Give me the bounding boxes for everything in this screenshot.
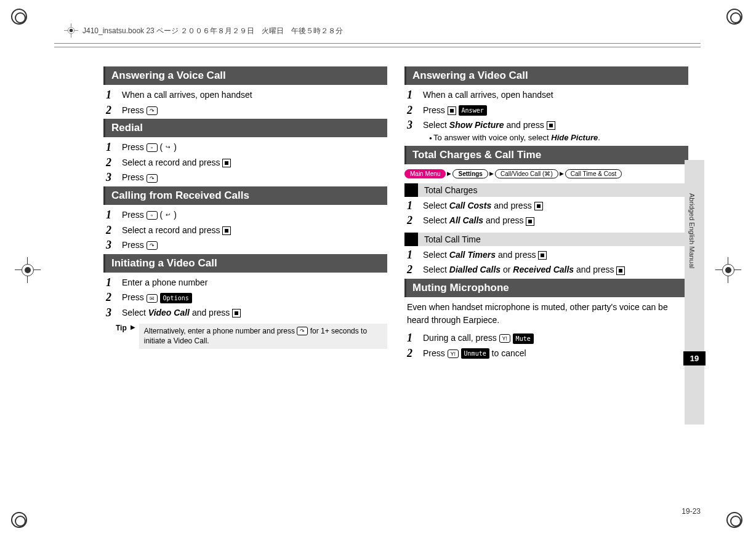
section-answer-video: Answering a Video Call (404, 66, 688, 85)
step-number: 2 (407, 263, 419, 277)
tip-box: Alternatively, enter a phone number and … (139, 324, 387, 349)
call-key-icon: ↷ (147, 174, 158, 183)
step-text: During a call, press Y! Mute (423, 332, 688, 345)
call-key-icon: ↷ (297, 327, 308, 335)
side-tab: Abridged English Manual 19 (685, 160, 704, 425)
breadcrumb: Main Menu▶ Settings▶ Call/Video Call (⌘)… (404, 169, 688, 178)
section-video-call: Initiating a Video Call (103, 254, 387, 273)
center-key-icon (538, 251, 547, 260)
subheader-total-charges: Total Charges (404, 183, 688, 197)
tip-label: Tip (116, 324, 127, 332)
received-icon: ↩ (163, 211, 174, 220)
step-number: 1 (106, 89, 118, 102)
mute-softkey: Mute (513, 333, 534, 344)
step-number: 2 (106, 104, 118, 118)
center-key-icon (222, 159, 231, 167)
step-text: Press ▫ (↪) (122, 141, 387, 154)
page-number: 19-23 (682, 507, 701, 516)
page-container: J410_insatsu.book 23 ページ ２００６年８月２９日 火曜日 … (54, 12, 701, 527)
subheader-total-call-time: Total Call Time (404, 233, 688, 246)
step-text: Select a record and press (122, 224, 387, 237)
center-key-icon (448, 106, 456, 115)
step-number: 1 (106, 141, 118, 154)
y-key-icon: Y! (499, 334, 510, 343)
center-key-icon (526, 217, 534, 226)
section-received-calls: Calling from Received Calls (103, 186, 387, 205)
step-text: When a call arrives, open handset (423, 89, 688, 102)
step-number: 3 (407, 119, 419, 132)
call-key-icon: ↷ (147, 241, 158, 250)
options-softkey: Options (160, 293, 192, 303)
step-text: Enter a phone number (122, 276, 387, 289)
step-text: Press ▫ (↩) (122, 209, 387, 222)
answer-softkey: Answer (459, 105, 487, 116)
step-text: Press ✉ Options (122, 291, 387, 304)
step-text: Select Dialled Calls or Received Calls a… (423, 263, 688, 276)
step-number: 3 (106, 239, 118, 252)
step-text: Press Answer (423, 104, 688, 117)
step-text: Press ↷ (122, 104, 387, 117)
step-number: 1 (407, 89, 419, 102)
right-key-icon: ▫ (147, 143, 158, 152)
chapter-number: 19 (683, 351, 706, 365)
nav-main-menu: Main Menu (404, 169, 446, 178)
y-key-icon: Y! (448, 349, 459, 358)
step-text: Select All Calls and press (423, 214, 688, 227)
step-number: 1 (106, 276, 118, 290)
unmute-softkey: Unmute (461, 348, 489, 359)
right-column: Answering a Video Call 1When a call arri… (404, 66, 688, 362)
step-number: 1 (106, 209, 118, 222)
step-number: 2 (407, 347, 419, 361)
step-text: Select Video Call and press (122, 306, 387, 319)
step-text: Press Y! Unmute to cancel (423, 347, 688, 360)
nav-call-video: Call/Video Call (⌘) (495, 169, 558, 178)
step-number: 2 (407, 104, 419, 118)
step-number: 2 (106, 291, 118, 305)
section-redial: Redial (103, 119, 387, 137)
nav-call-time-cost: Call Time & Cost (565, 169, 622, 178)
document-header: J410_insatsu.book 23 ページ ２００６年８月２９日 火曜日 … (82, 26, 343, 36)
header-rule-bottom (54, 47, 701, 47)
section-answering-voice: Answering a Voice Call (103, 66, 387, 85)
step-number: 3 (106, 171, 118, 185)
step-number: 2 (106, 224, 118, 238)
step-number: 1 (407, 199, 419, 213)
step-text: Press ↷ (122, 171, 387, 184)
call-key-icon: ↷ (147, 106, 158, 115)
step-text: Select a record and press (122, 156, 387, 169)
left-column: Answering a Voice Call 1When a call arri… (103, 66, 387, 362)
side-tab-text: Abridged English Manual (685, 160, 699, 301)
step-text: Press ↷ (122, 239, 387, 252)
header-rule-top (54, 43, 701, 44)
step-number: 1 (407, 332, 419, 345)
intro-text: Even when handset microphone is muted, o… (407, 301, 688, 327)
center-key-icon (534, 202, 543, 210)
step-number: 2 (407, 214, 419, 228)
step-text: Select Call Costs and press (423, 199, 688, 212)
section-muting-mic: Muting Microphone (404, 279, 688, 297)
step-number: 3 (106, 306, 118, 320)
tip-arrow-icon: ▶ (131, 324, 135, 330)
step-text: Select Call Timers and press (423, 249, 688, 262)
redial-icon: ↪ (163, 143, 174, 152)
center-key-icon (616, 266, 625, 275)
step-number: 1 (407, 249, 419, 262)
step-text: Select Show Picture and press To answer … (423, 119, 688, 144)
center-key-icon (547, 121, 555, 130)
step-number: 2 (106, 156, 118, 170)
sub-bullet: To answer with voice only, select Hide P… (429, 132, 688, 144)
center-key-icon (222, 226, 231, 235)
center-key-icon (232, 309, 241, 317)
nav-settings: Settings (452, 169, 488, 178)
step-text: When a call arrives, open handset (122, 89, 387, 102)
section-charges-time: Total Charges & Call Time (404, 146, 688, 164)
mail-key-icon: ✉ (147, 294, 158, 303)
left-key-icon: ▫ (147, 211, 158, 220)
